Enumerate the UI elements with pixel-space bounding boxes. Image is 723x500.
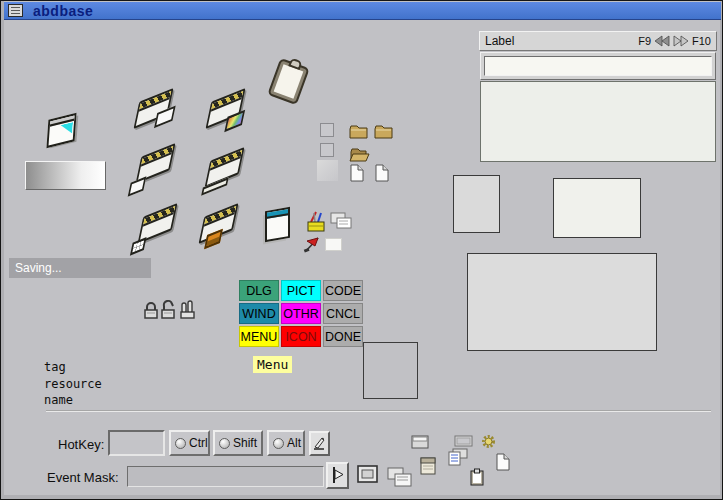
- outline-square[interactable]: [363, 342, 418, 399]
- next-arrows-icon[interactable]: [673, 35, 689, 47]
- alt-radio[interactable]: [273, 438, 284, 449]
- construction-window-keypad-icon[interactable]: [131, 202, 185, 250]
- label-panel-header: Label F9 F10: [479, 31, 717, 51]
- label-input[interactable]: [484, 56, 712, 76]
- placeholder-square-icon[interactable]: [320, 143, 334, 157]
- alt-button[interactable]: Alt: [267, 430, 305, 456]
- label-panel: Label F9 F10: [479, 31, 717, 162]
- clipboard-icon[interactable]: [267, 58, 309, 105]
- canvas-box-large[interactable]: [467, 253, 657, 351]
- palette-button-cncl[interactable]: CNCL: [323, 303, 363, 324]
- event-mask-label: Event Mask:: [47, 470, 119, 485]
- construction-window-window-icon[interactable]: [127, 87, 181, 135]
- pen-button[interactable]: [309, 431, 330, 456]
- event-mask-input[interactable]: [127, 466, 324, 487]
- faded-square-icon[interactable]: [317, 160, 338, 181]
- label-input-frame: [480, 52, 716, 80]
- construction-window-ruler-icon[interactable]: [198, 146, 252, 194]
- palette-button-grid: DLGPICTCODEWINDOTHRCNCLMENUICONDONE: [239, 280, 363, 347]
- hotkey-label: HotKey:: [58, 437, 104, 452]
- folder-icon[interactable]: [374, 125, 393, 139]
- door-arrow-icon: [330, 466, 345, 485]
- palette-button-othr[interactable]: OTHR: [281, 303, 321, 324]
- name-label: name: [44, 393, 73, 407]
- menu-tag[interactable]: Menu: [253, 356, 292, 373]
- palette-button-menu[interactable]: MENU: [239, 326, 279, 347]
- tag-label: tag: [44, 360, 66, 374]
- construction-window-document-icon[interactable]: [129, 142, 183, 190]
- ctrl-button[interactable]: Ctrl: [169, 430, 210, 456]
- window-3d-cyan-icon[interactable]: [46, 113, 76, 148]
- small-window-icon[interactable]: [411, 435, 429, 449]
- folder-open-icon[interactable]: [349, 147, 370, 162]
- toolbox-icon[interactable]: [306, 210, 326, 233]
- drag-fingers-icon[interactable]: [179, 300, 196, 320]
- window-menu-icon[interactable]: [8, 4, 23, 17]
- prev-key-label: F9: [638, 35, 651, 47]
- palette-button-icon[interactable]: ICON: [281, 326, 321, 347]
- palette-button-wind[interactable]: WIND: [239, 303, 279, 324]
- ctrl-radio[interactable]: [175, 438, 186, 449]
- label-panel-title: Label: [485, 34, 514, 48]
- window-title: abdbase: [33, 3, 93, 19]
- flag-icon[interactable]: [303, 236, 323, 253]
- hotkey-input[interactable]: [108, 430, 165, 456]
- notepad-icon[interactable]: [448, 448, 468, 466]
- teal-window-icon[interactable]: [265, 207, 290, 242]
- page-icon[interactable]: [350, 164, 364, 182]
- titlebar[interactable]: abdbase: [4, 2, 721, 20]
- construction-window-picture-icon[interactable]: [199, 87, 253, 135]
- lock-closed-icon[interactable]: [143, 301, 159, 320]
- page-icon[interactable]: [496, 453, 510, 471]
- placeholder-square-icon[interactable]: [320, 123, 334, 137]
- gear-icon[interactable]: [481, 434, 496, 449]
- blank-swatch-icon[interactable]: [325, 238, 342, 251]
- shift-button[interactable]: Shift: [213, 430, 263, 456]
- small-clipboard-icon[interactable]: [470, 468, 484, 486]
- status-bar: Saving...: [9, 258, 151, 278]
- palette-button-dlg[interactable]: DLG: [239, 280, 279, 301]
- canvas-box-small[interactable]: [453, 175, 500, 233]
- frame-outline-icon[interactable]: [454, 435, 473, 447]
- gradient-bar-icon[interactable]: [25, 161, 106, 190]
- pen-icon: [312, 435, 327, 452]
- palette-button-code[interactable]: CODE: [323, 280, 363, 301]
- label-display-area[interactable]: [480, 81, 716, 162]
- app-window: abdbase Label F9 F10: [0, 0, 723, 500]
- palette-button-pict[interactable]: PICT: [281, 280, 321, 301]
- shift-radio[interactable]: [219, 438, 230, 449]
- page-icon[interactable]: [375, 164, 389, 182]
- overlapping-windows-icon[interactable]: [387, 467, 412, 488]
- next-key-label: F10: [692, 35, 711, 47]
- inset-frame-icon[interactable]: [357, 465, 378, 483]
- beige-panel-icon[interactable]: [420, 457, 436, 475]
- folder-icon[interactable]: [349, 125, 368, 139]
- lock-open-icon[interactable]: [160, 300, 177, 320]
- door-arrow-button[interactable]: [326, 462, 349, 489]
- copy-windows-icon[interactable]: [330, 212, 353, 230]
- canvas-box-medium[interactable]: [553, 178, 641, 238]
- prev-arrows-icon[interactable]: [654, 35, 670, 47]
- separator-line: [46, 410, 711, 412]
- palette-button-done[interactable]: DONE: [323, 326, 363, 347]
- resource-label: resource: [44, 377, 102, 391]
- status-text: Saving...: [15, 261, 62, 275]
- construction-window-bulldozer-icon[interactable]: [192, 202, 246, 250]
